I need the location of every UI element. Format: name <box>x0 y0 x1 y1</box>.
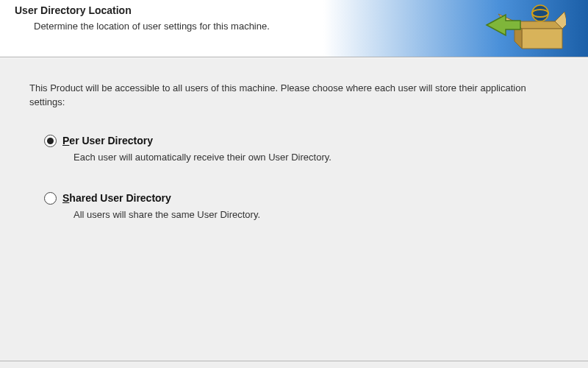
wizard-box-arrow-icon <box>485 3 566 53</box>
option-label-per-user[interactable]: Per User Directory <box>62 135 153 146</box>
option-row: Shared User Directory <box>44 192 559 205</box>
svg-marker-1 <box>522 29 562 49</box>
svg-marker-0 <box>514 21 562 29</box>
option-row: Per User Directory <box>44 135 559 147</box>
option-desc-per-user: Each user will automatically receive the… <box>74 152 559 163</box>
wizard-content: This Product will be accessible to all u… <box>0 57 588 367</box>
intro-text: This Product will be accessible to all u… <box>29 82 559 110</box>
option-per-user: Per User Directory Each user will automa… <box>44 135 559 163</box>
radio-per-user[interactable] <box>44 135 57 147</box>
radio-shared[interactable] <box>44 192 57 205</box>
option-label-shared[interactable]: Shared User Directory <box>62 192 171 204</box>
bottom-divider <box>0 361 588 361</box>
option-shared: Shared User Directory All users will sha… <box>44 192 559 220</box>
wizard-header: User Directory Location Determine the lo… <box>0 0 588 57</box>
option-desc-shared: All users will share the same User Direc… <box>74 209 559 220</box>
